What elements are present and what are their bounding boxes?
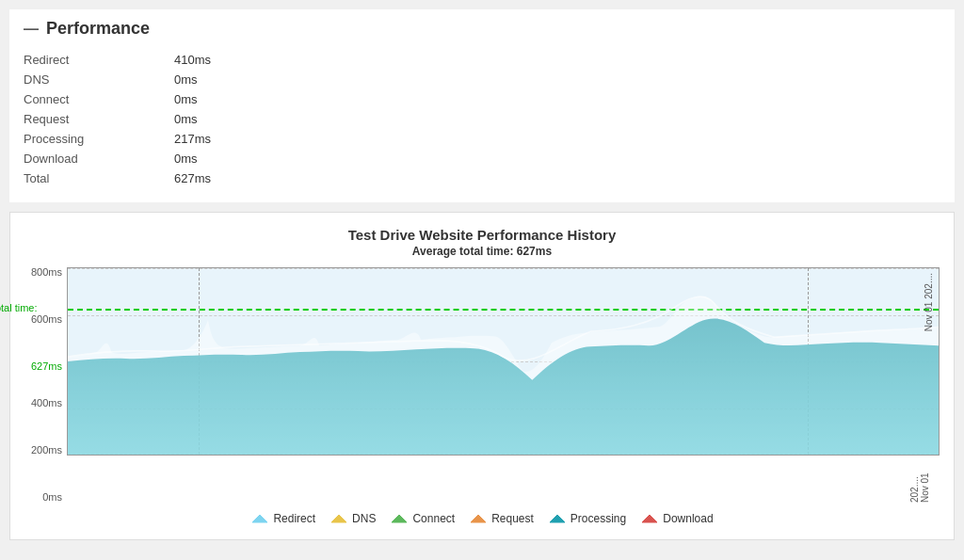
svg-marker-2 [392, 515, 407, 522]
date-area: Nov 01 202.... [67, 456, 940, 503]
legend-label: DNS [352, 512, 376, 525]
metric-value: 0ms [174, 149, 400, 168]
legend-label: Connect [412, 512, 455, 525]
y-label-0: 0ms [24, 492, 62, 503]
chart-section: Test Drive Website Performance History A… [9, 212, 955, 540]
svg-marker-0 [252, 515, 267, 522]
performance-section: — Performance Redirect 410ms DNS 0ms Con… [9, 9, 955, 202]
y-label-600: 600ms [24, 314, 62, 325]
metric-row: Request 0ms [24, 109, 400, 129]
metric-row: Total 627ms [24, 168, 400, 188]
metric-label: Connect [24, 89, 174, 109]
y-label-400: 400ms [24, 398, 62, 408]
metric-label: Redirect [24, 50, 174, 70]
collapse-icon[interactable]: — [24, 21, 39, 38]
legend-icon [390, 513, 409, 524]
metric-value: 0ms [174, 89, 400, 109]
legend-item: Redirect [250, 512, 315, 525]
metric-value: 217ms [174, 129, 400, 149]
svg-marker-3 [471, 515, 486, 522]
legend-row: Redirect DNS Connect Request Processing [24, 512, 940, 525]
chart-outer: 800ms 600ms 627ms 400ms 200ms 0ms Averag… [24, 267, 940, 503]
legend-item: Processing [548, 512, 626, 525]
section-header: — Performance [24, 19, 940, 39]
metric-value: 627ms [174, 168, 400, 188]
chart-inner: Nov 01 202.... [67, 267, 940, 456]
svg-marker-1 [331, 515, 346, 522]
metric-value: 410ms [174, 50, 400, 70]
legend-label: Download [663, 512, 713, 525]
metric-row: Redirect 410ms [24, 50, 400, 70]
y-axis: 800ms 600ms 627ms 400ms 200ms 0ms [24, 267, 67, 503]
metric-value: 0ms [174, 70, 400, 89]
legend-item: Download [640, 512, 713, 525]
y-label-800: 800ms [24, 267, 62, 278]
chart-main-area: Average total time: [67, 267, 940, 503]
metric-label: Total [24, 168, 174, 188]
legend-label: Processing [570, 512, 626, 525]
chart-title: Test Drive Website Performance History [24, 227, 940, 243]
metric-row: Download 0ms [24, 149, 400, 168]
chart-svg [68, 268, 939, 455]
metric-row: Processing 217ms [24, 129, 400, 149]
legend-item: Connect [390, 512, 455, 525]
legend-item: DNS [329, 512, 376, 525]
metric-label: DNS [24, 70, 174, 89]
metric-row: DNS 0ms [24, 70, 400, 89]
metric-row: Connect 0ms [24, 89, 400, 109]
legend-item: Request [469, 512, 534, 525]
legend-icon [548, 513, 567, 524]
legend-label: Redirect [273, 512, 315, 525]
legend-icon [640, 513, 659, 524]
section-title: Performance [46, 19, 150, 39]
metric-label: Processing [24, 129, 174, 149]
page-container: — Performance Redirect 410ms DNS 0ms Con… [9, 9, 955, 540]
legend-icon [250, 513, 269, 524]
metric-label: Download [24, 149, 174, 168]
svg-marker-5 [642, 515, 657, 522]
legend-icon [329, 513, 348, 524]
legend-label: Request [491, 512, 534, 525]
metrics-table: Redirect 410ms DNS 0ms Connect 0ms Reque… [24, 50, 400, 188]
metric-label: Request [24, 109, 174, 129]
metric-value: 0ms [174, 109, 400, 129]
chart-subtitle: Average total time: 627ms [24, 245, 940, 258]
date-label: Nov 01 202.... [924, 273, 934, 331]
date-text: Nov 01 202.... [909, 460, 930, 503]
svg-marker-4 [550, 515, 565, 522]
y-label-200: 200ms [24, 445, 62, 456]
legend-icon [469, 513, 488, 524]
